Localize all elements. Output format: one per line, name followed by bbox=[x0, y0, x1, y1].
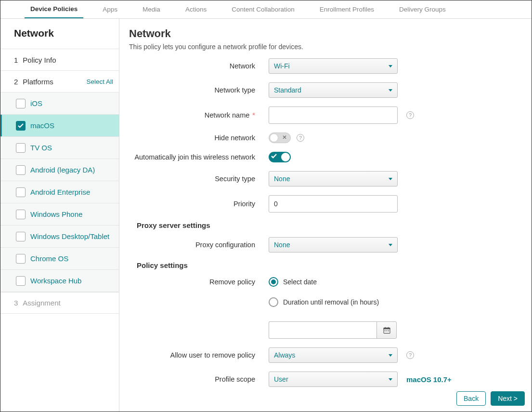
tab-device-policies[interactable]: Device Policies bbox=[25, 0, 83, 18]
caret-down-icon bbox=[389, 378, 392, 381]
tab-apps[interactable]: Apps bbox=[97, 0, 123, 18]
step-assignment[interactable]: 3 Assignment bbox=[0, 292, 119, 314]
select-value: Standard bbox=[274, 86, 301, 94]
platform-workspace-hub[interactable]: Workspace Hub bbox=[0, 270, 119, 292]
row-allow-remove: Allow user to remove policy Always ? bbox=[129, 347, 521, 363]
caret-down-icon bbox=[389, 244, 392, 246]
platform-macos[interactable]: macOS bbox=[0, 115, 119, 137]
platform-label: macOS bbox=[30, 121, 54, 130]
top-tabs: Device Policies Apps Media Actions Conte… bbox=[0, 0, 532, 19]
select-value: Wi-Fi bbox=[274, 62, 290, 70]
calendar-icon bbox=[383, 327, 390, 334]
platform-label: Android Enterprise bbox=[30, 188, 90, 196]
label-network-type: Network type bbox=[129, 86, 269, 94]
step-label: Assignment bbox=[23, 299, 60, 307]
select-value: User bbox=[274, 375, 288, 383]
back-button[interactable]: Back bbox=[456, 391, 486, 406]
label-security-type: Security type bbox=[129, 175, 269, 183]
toggle-hide-network[interactable]: ✕ bbox=[269, 133, 291, 143]
checkbox[interactable] bbox=[16, 232, 26, 241]
select-value: Always bbox=[274, 351, 295, 359]
page-description: This policy lets you configure a network… bbox=[129, 43, 521, 51]
tab-actions[interactable]: Actions bbox=[180, 0, 212, 18]
section-proxy: Proxy server settings bbox=[137, 221, 521, 229]
input-priority[interactable] bbox=[269, 195, 398, 213]
label-remove-policy: Remove policy bbox=[129, 278, 269, 286]
checkbox[interactable] bbox=[16, 276, 26, 286]
tab-label: Actions bbox=[185, 6, 207, 13]
row-network: Network Wi-Fi bbox=[129, 58, 521, 74]
checkbox[interactable] bbox=[16, 99, 26, 108]
checkbox[interactable] bbox=[16, 165, 26, 175]
platform-android-enterprise[interactable]: Android Enterprise bbox=[0, 181, 119, 203]
select-value: None bbox=[274, 241, 290, 249]
radio-label: Duration until removal (in hours) bbox=[283, 298, 379, 306]
platform-windows-phone[interactable]: Windows Phone bbox=[0, 203, 119, 226]
svg-rect-2 bbox=[385, 327, 385, 328]
row-remove-policy: Remove policy Select date bbox=[129, 277, 521, 287]
select-proxy-config[interactable]: None bbox=[269, 237, 398, 253]
svg-rect-1 bbox=[383, 328, 389, 329]
caret-down-icon bbox=[389, 89, 392, 92]
tab-label: Apps bbox=[103, 6, 117, 13]
checkbox[interactable] bbox=[16, 187, 26, 197]
platform-android-legacy[interactable]: Android (legacy DA) bbox=[0, 159, 119, 181]
button-label: Back bbox=[464, 395, 479, 402]
caret-down-icon bbox=[389, 178, 392, 180]
label-profile-scope: Profile scope bbox=[129, 375, 269, 383]
tab-enrollment-profiles[interactable]: Enrollment Profiles bbox=[314, 0, 380, 18]
row-auto-join: Automatically join this wireless network bbox=[129, 152, 521, 162]
tab-media[interactable]: Media bbox=[137, 0, 166, 18]
platform-label: iOS bbox=[30, 99, 42, 107]
platform-windows-desktop[interactable]: Windows Desktop/Tablet bbox=[0, 226, 119, 248]
step-policy-info[interactable]: 1 Policy Info bbox=[0, 49, 119, 70]
toggle-auto-join[interactable] bbox=[269, 152, 291, 162]
step-platforms[interactable]: 2 Platforms Select All bbox=[0, 70, 119, 92]
label-priority: Priority bbox=[129, 200, 269, 208]
select-network-type[interactable]: Standard bbox=[269, 82, 398, 98]
checkbox[interactable] bbox=[16, 143, 26, 153]
footer-actions: Back Next > bbox=[456, 391, 525, 406]
select-network[interactable]: Wi-Fi bbox=[269, 58, 398, 74]
platform-label: Windows Desktop/Tablet bbox=[30, 232, 109, 240]
checkbox[interactable] bbox=[16, 210, 26, 219]
caret-down-icon bbox=[389, 65, 392, 67]
platform-chrome-os[interactable]: Chrome OS bbox=[0, 248, 119, 270]
tab-label: Content Collaboration bbox=[232, 6, 295, 13]
select-all-link[interactable]: Select All bbox=[86, 78, 113, 85]
checkbox[interactable] bbox=[16, 254, 26, 264]
help-icon[interactable]: ? bbox=[297, 134, 304, 142]
label-network-name: Network name * bbox=[129, 111, 269, 119]
row-date-picker bbox=[129, 321, 521, 339]
check-icon bbox=[271, 153, 277, 161]
checkbox[interactable] bbox=[16, 121, 26, 131]
select-value: None bbox=[274, 175, 290, 183]
platform-label: Workspace Hub bbox=[30, 277, 81, 285]
tab-label: Media bbox=[143, 6, 160, 13]
section-policy: Policy settings bbox=[137, 261, 521, 269]
svg-rect-6 bbox=[388, 330, 389, 331]
radio-label: Select date bbox=[283, 278, 317, 286]
tab-content-collaboration[interactable]: Content Collaboration bbox=[226, 0, 300, 18]
select-security-type[interactable]: None bbox=[269, 171, 398, 186]
row-profile-scope: Profile scope User macOS 10.7+ bbox=[129, 372, 521, 387]
row-network-name: Network name * ? bbox=[129, 106, 521, 124]
platform-tvos[interactable]: TV OS bbox=[0, 137, 119, 159]
input-network-name[interactable] bbox=[269, 106, 398, 124]
tab-label: Delivery Groups bbox=[399, 6, 446, 13]
select-profile-scope[interactable]: User bbox=[269, 372, 398, 387]
radio-duration[interactable] bbox=[269, 297, 278, 307]
help-icon[interactable]: ? bbox=[406, 351, 414, 359]
select-allow-remove[interactable]: Always bbox=[269, 347, 398, 363]
label-network: Network bbox=[129, 62, 269, 70]
date-input-group bbox=[269, 321, 397, 339]
next-button[interactable]: Next > bbox=[491, 391, 525, 406]
help-icon[interactable]: ? bbox=[406, 111, 414, 119]
tab-delivery-groups[interactable]: Delivery Groups bbox=[393, 0, 452, 18]
calendar-button[interactable] bbox=[376, 321, 397, 339]
sidebar-title: Network bbox=[0, 19, 119, 49]
x-icon: ✕ bbox=[282, 134, 287, 141]
platform-ios[interactable]: iOS bbox=[0, 93, 119, 115]
radio-select-date[interactable] bbox=[269, 277, 278, 287]
input-date[interactable] bbox=[269, 321, 376, 339]
